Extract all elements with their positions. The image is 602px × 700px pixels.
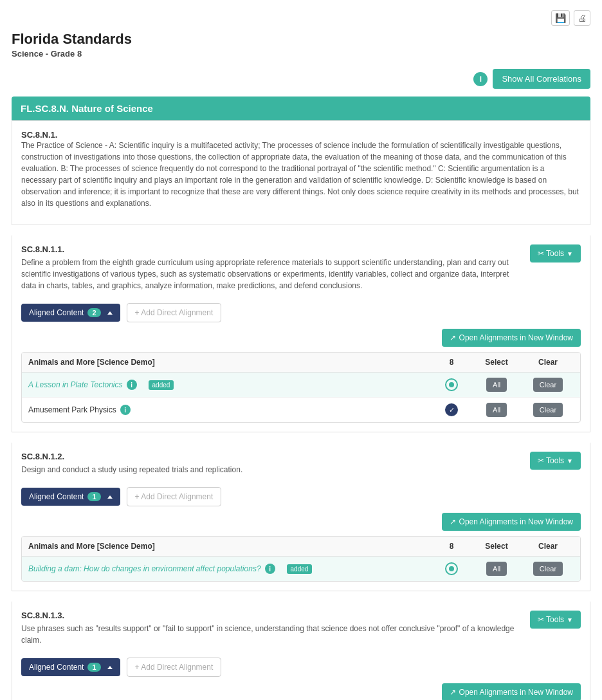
- open-alignments-button-3[interactable]: ↗ Open Alignments in New Window: [442, 683, 581, 700]
- clear-cell-1-2: Clear: [522, 403, 574, 417]
- standard-desc-1: Define a problem from the eighth grade c…: [21, 257, 522, 291]
- clear-button-2-1[interactable]: Clear: [533, 562, 563, 576]
- info-icon[interactable]: i: [473, 72, 488, 86]
- tag-added-2-1: added: [287, 564, 313, 574]
- tools-button-2[interactable]: ✂ Tools ▼: [530, 452, 581, 470]
- add-alignment-button-2[interactable]: + Add Direct Alignment: [127, 487, 222, 506]
- aligned-count-badge-3: 1: [87, 663, 100, 672]
- standard-id-2: SC.8.N.1.2.: [21, 452, 522, 461]
- parent-standard-id: SC.8.N.1.: [21, 130, 581, 140]
- select-cell-2-1: All: [471, 562, 522, 576]
- table-col-select-1: Select: [471, 358, 522, 367]
- info-icon-2-1[interactable]: i: [265, 564, 275, 574]
- alignment-link-2-1[interactable]: Building a dam: How do changes in enviro…: [28, 564, 261, 573]
- chevron-up-icon-1: [107, 311, 113, 315]
- info-icon-1-1[interactable]: i: [127, 380, 137, 390]
- parent-standard-desc: The Practice of Science - A: Scientific …: [21, 140, 581, 209]
- select-button-1-2[interactable]: All: [486, 403, 507, 417]
- clear-cell-2-1: Clear: [522, 562, 574, 576]
- select-cell-1-2: All: [471, 403, 522, 417]
- chevron-up-icon-3: [107, 666, 113, 669]
- table-col-clear-2: Clear: [522, 542, 574, 551]
- standard-block-2: SC.8.N.1.2. Design and conduct a study u…: [12, 443, 590, 591]
- section-header: FL.SC.8.N. Nature of Science: [12, 97, 590, 120]
- circle-cell-2-1: [432, 562, 471, 575]
- aligned-count-badge-1: 2: [87, 308, 100, 317]
- alignment-table-2: Animals and More [Science Demo] 8 Select…: [21, 536, 581, 582]
- standard-desc-3: Use phrases such as "results support" or…: [21, 623, 522, 646]
- save-icon[interactable]: 💾: [551, 10, 570, 26]
- tools-button-3[interactable]: ✂ Tools ▼: [530, 611, 581, 629]
- select-cell-1-1: All: [471, 378, 522, 392]
- clear-button-1-2[interactable]: Clear: [533, 403, 563, 417]
- parent-standard-block: SC.8.N.1. The Practice of Science - A: S…: [12, 120, 590, 225]
- chevron-up-icon-2: [107, 495, 113, 499]
- add-alignment-button-1[interactable]: + Add Direct Alignment: [127, 303, 222, 322]
- clear-button-1-1[interactable]: Clear: [533, 378, 563, 392]
- table-col-count-1: 8: [432, 358, 471, 367]
- aligned-content-button-2[interactable]: Aligned Content 1: [21, 488, 120, 506]
- standard-desc-2: Design and conduct a study using repeate…: [21, 464, 522, 475]
- aligned-content-button-1[interactable]: Aligned Content 2: [21, 304, 120, 322]
- tools-button-1[interactable]: ✂ Tools ▼: [530, 244, 581, 262]
- table-col-name-2: Animals and More [Science Demo]: [28, 542, 432, 551]
- circle-icon-1-1: [445, 378, 458, 391]
- print-icon[interactable]: 🖨: [574, 10, 590, 26]
- open-alignments-button-1[interactable]: ↗ Open Alignments in New Window: [442, 329, 581, 347]
- aligned-content-button-3[interactable]: Aligned Content 1: [21, 658, 120, 676]
- standard-block-3: SC.8.N.1.3. Use phrases such as "results…: [12, 602, 590, 700]
- alignment-name-1-2: Amusement Park Physics: [28, 405, 116, 414]
- alignment-link-1-1[interactable]: A Lesson in Plate Tectonics: [28, 380, 123, 389]
- page-title: Florida Standards: [12, 31, 590, 48]
- circle-cell-1-1: [432, 378, 471, 391]
- clear-cell-1-1: Clear: [522, 378, 574, 392]
- tag-added-1-1: added: [149, 380, 174, 390]
- standard-id-3: SC.8.N.1.3.: [21, 611, 522, 620]
- table-row: Building a dam: How do changes in enviro…: [22, 557, 580, 581]
- table-row: A Lesson in Plate Tectonics i added All …: [22, 373, 580, 398]
- select-button-1-1[interactable]: All: [486, 378, 507, 392]
- table-col-clear-1: Clear: [522, 358, 574, 367]
- select-button-2-1[interactable]: All: [486, 562, 507, 576]
- show-all-correlations-button[interactable]: Show All Correlations: [493, 69, 590, 89]
- table-col-name-1: Animals and More [Science Demo]: [28, 358, 432, 367]
- alignment-table-1: Animals and More [Science Demo] 8 Select…: [21, 352, 581, 423]
- circle-cell-1-2: [432, 403, 471, 416]
- table-row: Amusement Park Physics i All Clear: [22, 398, 580, 422]
- add-alignment-button-3[interactable]: + Add Direct Alignment: [127, 658, 222, 677]
- standard-block-1: SC.8.N.1.1. Define a problem from the ei…: [12, 235, 590, 432]
- standard-id-1: SC.8.N.1.1.: [21, 244, 522, 254]
- circle-icon-1-2: [445, 403, 458, 416]
- table-col-count-2: 8: [432, 542, 471, 551]
- circle-icon-2-1: [445, 562, 458, 575]
- info-icon-1-2[interactable]: i: [120, 405, 131, 415]
- table-col-select-2: Select: [471, 542, 522, 551]
- open-alignments-button-2[interactable]: ↗ Open Alignments in New Window: [442, 513, 581, 531]
- aligned-count-badge-2: 1: [87, 492, 100, 501]
- page-subtitle: Science - Grade 8: [12, 49, 590, 59]
